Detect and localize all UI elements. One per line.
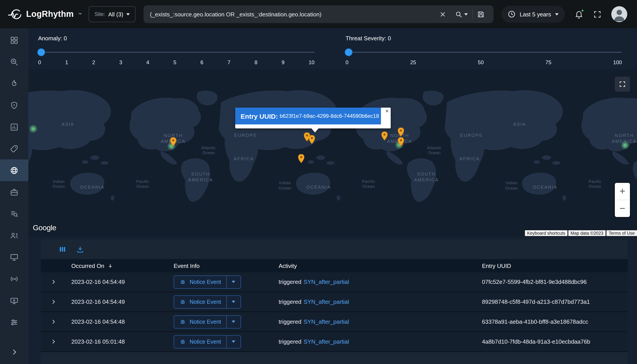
column-header-entry-uuid[interactable]: Entry UUID [471,262,628,269]
map-event-pin[interactable] [398,138,404,146]
sidebar-item-chart-box[interactable] [0,116,28,138]
map-event-pin[interactable] [309,135,315,144]
sidebar-item-sliders[interactable] [0,311,28,333]
sidebar-item-broadcast[interactable] [0,268,28,290]
map-event-pin[interactable] [381,132,388,140]
entry-uuid-cell: 89298748-c5f8-497d-a213-c87d7bd773a1 [471,298,628,305]
site-label: Site: [95,11,105,17]
anomaly-slider[interactable] [38,49,315,56]
column-header-occurred-on[interactable]: Occurred On [60,262,163,269]
map-event-pin[interactable] [398,127,404,136]
brand: LogRhythm ™ [0,9,82,20]
map-event-pin[interactable] [170,138,176,146]
column-settings-button[interactable] [59,245,67,253]
sidebar-expand-button[interactable] [0,344,28,360]
sidebar-item-shield[interactable] [0,94,28,116]
map-event-pin[interactable] [298,154,304,163]
chevron-down-icon [232,320,235,323]
briefcase-icon [10,188,19,196]
notification-dot [581,9,584,12]
chevron-right-icon [51,339,56,344]
site-selector[interactable]: Site: All (3) [89,6,136,22]
occurred-on-cell: 2023-02-16 05:01:48 [60,338,163,345]
sidebar-item-globe[interactable] [0,160,28,181]
sidebar-item-dashboard[interactable] [0,29,28,51]
notice-event-button[interactable]: Notice Event [174,316,226,328]
activity-rule-link[interactable]: SYN_after_partial [304,318,349,325]
bug-icon [179,278,186,285]
bug-icon [179,318,186,325]
occurred-on-cell: 2023-02-16 04:54:49 [60,298,163,305]
threat-severity-slider[interactable] [346,49,622,56]
time-range-selector[interactable]: Last 5 years [501,6,565,22]
chevron-down-icon [127,13,130,15]
sidebar-item-search-pulse[interactable] [0,51,28,72]
notice-event-button[interactable]: Notice Event [174,276,226,288]
top-bar: LogRhythm ™ Site: All (3) [0,0,637,28]
save-search-button[interactable] [473,5,489,23]
column-header-event-info[interactable]: Event Info [163,262,268,269]
expand-icon [593,10,601,18]
fullscreen-icon [619,80,626,88]
slider-tick-label: 1 [65,59,68,66]
zoom-out-button[interactable]: − [615,200,630,217]
slider-track[interactable] [346,52,622,53]
keyboard-shortcuts-link[interactable]: Keyboard shortcuts [525,230,567,236]
sidebar-item-monitor-download[interactable] [0,290,28,311]
sidebar-item-list-search[interactable] [0,203,28,224]
notice-event-button[interactable]: Notice Event [174,336,226,348]
sidebar-item-flame[interactable] [0,72,28,94]
activity-rule-link[interactable]: SYN_after_partial [304,278,349,285]
world-map-graphic [28,69,637,237]
event-dropdown-button[interactable] [226,336,241,348]
notifications-button[interactable] [574,10,583,18]
chart-box-icon [10,122,19,131]
slider-tick-label: 2 [92,59,95,66]
sidebar-item-users[interactable] [0,224,28,246]
google-logo[interactable]: Google [33,224,56,232]
event-dropdown-button[interactable] [226,296,241,308]
table-row: 2023-02-16 04:54:48Notice Eventtriggered… [41,312,628,332]
event-dropdown-button[interactable] [226,276,241,288]
pin-icon [398,127,404,136]
map-fullscreen-button[interactable] [615,76,630,92]
event-button-group: Notice Event [174,335,241,348]
clock-icon [508,10,516,18]
sort-descending-icon [108,263,113,268]
pin-icon [381,132,388,140]
close-icon [439,11,446,18]
sidebar-item-briefcase[interactable] [0,181,28,203]
slider-tick-label: 50 [478,59,484,66]
geo-map[interactable]: ASIANORTH AMERICAAtlantic OceanEUROPEAFR… [28,69,637,237]
slider-tick-label: 0 [346,59,348,66]
slider-track[interactable] [38,52,315,53]
row-expand-button[interactable] [51,339,56,344]
download-button[interactable] [76,245,84,253]
activity-rule-link[interactable]: SYN_after_partial [304,338,349,345]
slider-tick-label: 6 [200,59,203,66]
row-expand-button[interactable] [51,279,56,285]
activity-rule-link[interactable]: SYN_after_partial [304,298,349,305]
brand-trademark: ™ [78,12,82,16]
event-dropdown-button[interactable] [226,316,241,328]
user-avatar[interactable] [611,6,627,22]
search-input[interactable] [150,11,435,18]
event-button-group: Notice Event [174,275,241,288]
popup-uuid-value: b623f1e7-b9ac-4299-8dc6-744590b6ec18 [280,113,379,119]
column-header-activity[interactable]: Activity [268,262,471,269]
threat-slider-thumb[interactable] [345,49,352,56]
row-expand-button[interactable] [51,319,56,324]
sidebar-item-monitor[interactable] [0,246,28,268]
popup-close-button[interactable]: × [385,108,389,114]
fullscreen-button[interactable] [593,10,601,18]
sidebar-item-tag-alert[interactable] [0,138,28,160]
row-expand-button[interactable] [51,299,56,305]
search-dropdown-button[interactable] [450,5,472,23]
event-info-cell: Notice Event [163,275,268,288]
event-info-cell: Notice Event [163,335,268,348]
notice-event-button[interactable]: Notice Event [174,296,226,308]
terms-of-use-link[interactable]: Terms of Use [606,230,637,236]
zoom-in-button[interactable]: + [615,183,630,200]
anomaly-slider-thumb[interactable] [38,49,45,56]
clear-search-button[interactable] [435,5,450,23]
